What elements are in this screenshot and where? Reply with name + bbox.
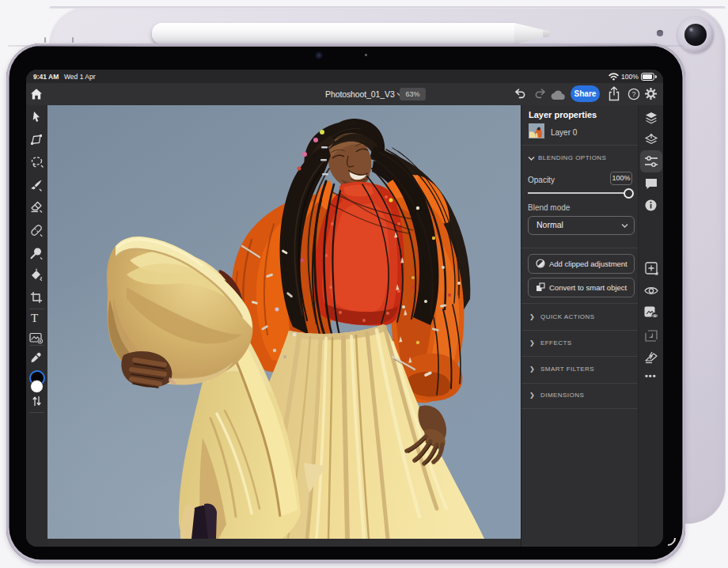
svg-text:?: ? [631,90,635,98]
